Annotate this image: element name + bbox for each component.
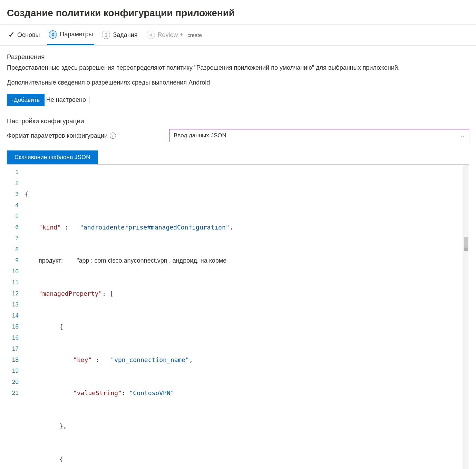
scrollbar-thumb[interactable]: [464, 247, 468, 251]
json-editor[interactable]: 1 2 3 4 5 6 7 8 9 10 11 12 13 14 15 16 1…: [7, 164, 469, 469]
line-number: 3: [12, 189, 19, 200]
scrollbar-track[interactable]: [463, 165, 469, 469]
step-number: 2: [49, 30, 57, 39]
line-gutter: 1 2 3 4 5 6 7 8 9 10 11 12 13 14 15 16 1…: [7, 165, 22, 469]
config-format-label: Формат параметров конфигурации i: [7, 132, 162, 139]
permissions-more-info: Дополнительные сведения о разрешениях ср…: [7, 79, 469, 86]
line-number: 1: [12, 167, 19, 178]
line-number: 14: [12, 310, 19, 321]
code-token: {: [59, 323, 63, 330]
page-title: Создание политики конфигурации приложени…: [0, 0, 476, 24]
line-number: 17: [12, 343, 19, 354]
code-token: продукт:: [39, 257, 63, 264]
line-number: 2: [12, 178, 19, 189]
line-number: 8: [12, 244, 19, 255]
code-token: "androidenterprise#managedConfiguration": [80, 224, 229, 231]
permissions-description: Предоставленные здесь разрешения переопр…: [7, 64, 469, 71]
config-heading: Настройки конфигурации: [7, 117, 469, 125]
code-token: : [: [102, 290, 114, 297]
code-token: "managedProperty": [39, 290, 102, 297]
download-json-template-button[interactable]: Скачивание шаблона JSON: [7, 150, 98, 164]
code-token: "vpn_connection_name": [110, 356, 189, 363]
line-number: 10: [12, 266, 19, 277]
line-number: 9: [12, 255, 19, 266]
wizard-tabs: ✓ Основы 2 Параметры 3 Задания 4 Review …: [0, 24, 476, 46]
line-number: 6: [12, 222, 19, 233]
code-token: "valueString": [73, 389, 122, 397]
line-number: 7: [12, 233, 19, 244]
select-value: Ввод данных JSON: [174, 132, 226, 139]
scrollbar-thumb[interactable]: [464, 237, 468, 247]
chevron-down-icon: ⌄: [460, 133, 465, 138]
code-area[interactable]: { "kind" : "androidenterprise#managedCon…: [22, 165, 469, 469]
code-token: "kind": [39, 224, 61, 231]
line-number: 15: [12, 321, 19, 332]
tab-label: Основы: [17, 31, 40, 39]
code-token: },: [59, 422, 67, 430]
permissions-status: Не настроено: [46, 96, 90, 104]
tab-label: Задания: [113, 31, 137, 39]
code-token: "app : com.cisco.anyconnect.vpn . андрои…: [77, 257, 226, 264]
info-icon[interactable]: i: [110, 133, 116, 139]
line-number: 21: [12, 388, 19, 399]
line-number: 20: [12, 377, 19, 388]
line-number: 16: [12, 332, 19, 343]
tab-label: Параметры: [60, 31, 93, 38]
line-number: 13: [12, 299, 19, 310]
line-number: 11: [12, 277, 19, 288]
line-number: 5: [12, 211, 19, 222]
tab-review-create: 4 Review + create: [145, 25, 203, 45]
step-number: 4: [147, 31, 155, 39]
step-number: 3: [102, 31, 110, 39]
code-token: "ContosoVPN": [129, 389, 174, 397]
code-token: "key": [73, 356, 92, 363]
code-token: {: [25, 190, 29, 198]
tab-settings[interactable]: 2 Параметры: [47, 25, 94, 45]
code-token: {: [59, 456, 63, 463]
add-button[interactable]: +Добавить: [7, 94, 45, 106]
tab-label: Review +: [158, 31, 184, 39]
line-number: 19: [12, 365, 19, 377]
tab-sublabel: create: [187, 32, 202, 38]
tab-assignments[interactable]: 3 Задания: [100, 25, 139, 45]
check-icon: ✓: [8, 30, 14, 39]
line-number: 4: [12, 200, 19, 211]
config-format-select[interactable]: Ввод данных JSON ⌄: [169, 129, 469, 142]
line-number: 12: [12, 288, 19, 299]
line-number: 18: [12, 354, 19, 365]
label-text: Формат параметров конфигурации: [7, 132, 108, 139]
tab-basics[interactable]: ✓ Основы: [7, 25, 41, 45]
permissions-heading: Разрешения: [7, 53, 469, 61]
